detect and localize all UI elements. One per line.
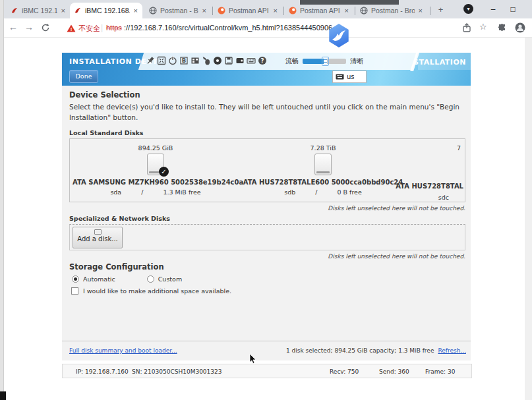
url-text: ://192.168.7.160/src/virtualControl/kvm_… bbox=[124, 24, 332, 32]
automatic-radio[interactable] bbox=[72, 275, 79, 283]
disk-name: ATA HUS728T8TAL bbox=[396, 183, 463, 190]
mouse-icon[interactable] bbox=[202, 56, 211, 65]
add-disk-button[interactable]: Add a disk... bbox=[73, 227, 123, 248]
disk-sda[interactable]: 894.25 GiB ✓ ATA SAMSUNG MZ7KH960 500253… bbox=[73, 142, 239, 196]
tab-close-icon[interactable]: × bbox=[202, 7, 207, 14]
globe-favicon bbox=[149, 7, 157, 14]
installer-bottom-bar: Full disk summary and boot loader... 1 d… bbox=[62, 341, 471, 360]
disk-drive-icon bbox=[314, 154, 332, 175]
tab-postman-api-2[interactable]: Postman API Platfo × bbox=[285, 3, 353, 18]
disk-name: ATA SAMSUNG MZ7KH960 5002538e19b24c0a bbox=[73, 179, 239, 186]
disk-selected-check-icon: ✓ bbox=[159, 167, 169, 177]
tab-ibmc-2-active[interactable]: iBMC 192.168.7.16 × bbox=[70, 3, 142, 18]
disk-mount: / bbox=[141, 188, 143, 196]
key-b-icon[interactable]: B bbox=[179, 56, 189, 65]
disk-free: 1.3 MiB free bbox=[163, 188, 200, 196]
back-button[interactable]: ← bbox=[9, 22, 18, 32]
disk-sdb[interactable]: 7.28 TiB ATA HUS728T8TALE600 5000cca0bbd… bbox=[240, 142, 406, 196]
share-icon[interactable] bbox=[462, 23, 471, 32]
screen-split-icon[interactable] bbox=[191, 56, 200, 65]
window-top-strip bbox=[300, 0, 399, 5]
custom-label: Custom bbox=[158, 275, 182, 283]
device-selection-description: Select the device(s) you'd like to insta… bbox=[69, 101, 466, 123]
tab-postman-browse-2[interactable]: Postman - Browse × bbox=[356, 3, 427, 18]
local-disks-panel: 894.25 GiB ✓ ATA SAMSUNG MZ7KH960 500253… bbox=[69, 138, 465, 202]
svg-text:?: ? bbox=[261, 57, 264, 64]
url-scheme: https bbox=[106, 24, 122, 32]
floppy-icon[interactable] bbox=[224, 56, 233, 65]
disk-sdc[interactable]: 7 ATA HUS728T8TAL sdc bbox=[402, 142, 465, 201]
selection-summary: 1 disk selected; 894.25 GiB capacity; 1.… bbox=[286, 347, 434, 354]
svg-text:!: ! bbox=[71, 26, 73, 32]
disk-device: sda bbox=[110, 188, 121, 196]
profile-avatar[interactable] bbox=[515, 22, 525, 33]
extensions-puzzle-icon[interactable] bbox=[497, 23, 507, 33]
slider-right-label: 清晰 bbox=[350, 57, 363, 66]
full-disk-summary-link[interactable]: Full disk summary and boot loader... bbox=[69, 347, 177, 354]
custom-radio[interactable] bbox=[147, 275, 154, 283]
power-icon[interactable] bbox=[168, 56, 177, 65]
disk-free: 0 B free bbox=[337, 188, 361, 196]
tab-close-icon[interactable]: × bbox=[418, 7, 423, 14]
tab-separator bbox=[355, 7, 355, 15]
disk-capacity: 7.28 TiB bbox=[240, 144, 406, 152]
media-controls-button[interactable]: ▾ bbox=[463, 4, 473, 14]
tab-close-icon[interactable]: × bbox=[133, 7, 138, 14]
not-secure-warning-icon[interactable]: ! bbox=[67, 24, 76, 32]
maximize-button[interactable]: □ bbox=[505, 1, 521, 17]
automatic-label: Automatic bbox=[83, 275, 115, 283]
status-recv: Recv: 750 bbox=[330, 368, 359, 375]
disk-drive-icon: ✓ bbox=[147, 154, 164, 175]
tab-label: iBMC 192.168.7.16 bbox=[85, 7, 130, 14]
status-sn: SN: 2103050CSH10M3001323 bbox=[132, 368, 222, 375]
new-tab-button[interactable]: + bbox=[435, 5, 446, 16]
done-button[interactable]: Done bbox=[69, 70, 98, 83]
tab-label: Postman - Browse bbox=[371, 7, 415, 14]
disk-name: ATA HUS728T8TALE600 5000cca0bbd90c24 bbox=[240, 179, 406, 186]
tab-close-icon[interactable]: × bbox=[344, 7, 349, 14]
additional-space-checkbox[interactable] bbox=[71, 287, 78, 295]
record-icon[interactable] bbox=[213, 56, 222, 65]
tab-postman-browse-1[interactable]: Postman - Browse × bbox=[145, 3, 211, 18]
tab-close-icon[interactable]: × bbox=[61, 7, 66, 14]
tab-label: Postman API Platfo bbox=[300, 7, 341, 14]
unselected-note: Disks left unselected here will not be t… bbox=[69, 253, 465, 260]
header-right-title: STALLATION bbox=[413, 58, 466, 67]
bookmark-star-icon[interactable]: ☆ bbox=[479, 22, 487, 32]
device-selection-title: Device Selection bbox=[69, 90, 140, 100]
fullscreen-icon[interactable] bbox=[157, 56, 166, 65]
slider-handle[interactable] bbox=[322, 57, 329, 66]
address-separator: | bbox=[101, 23, 103, 32]
keyboard-layout-indicator[interactable]: us bbox=[332, 71, 367, 83]
status-ip: IP: 192.168.7.160 bbox=[76, 368, 129, 375]
tab-separator bbox=[283, 7, 284, 15]
keyboard-icon[interactable] bbox=[247, 56, 256, 65]
postman-favicon bbox=[289, 7, 297, 14]
reload-button[interactable] bbox=[41, 23, 50, 32]
tab-label: Postman API Platfo bbox=[229, 7, 270, 14]
quality-slider[interactable] bbox=[303, 59, 346, 64]
tab-close-icon[interactable]: × bbox=[273, 7, 278, 14]
help-icon[interactable]: ? bbox=[258, 56, 267, 65]
network-disks-panel: Add a disk... bbox=[69, 224, 465, 250]
globe-favicon bbox=[360, 7, 368, 14]
postman-favicon bbox=[218, 7, 225, 14]
monitor-icon[interactable] bbox=[235, 56, 245, 65]
quality-slider-group: 流畅 清晰 bbox=[285, 57, 363, 66]
status-send: Send: 360 bbox=[379, 368, 409, 375]
tab-postman-api-1[interactable]: Postman API Platfo × bbox=[214, 3, 282, 18]
status-frame: Frame: 30 bbox=[425, 368, 455, 375]
not-secure-label: 不安全 bbox=[78, 24, 100, 34]
forward-button[interactable]: → bbox=[24, 22, 34, 32]
storage-config-title: Storage Configuration bbox=[69, 262, 164, 271]
ibmc-favicon bbox=[11, 7, 18, 14]
disk-mount: / bbox=[315, 188, 317, 196]
tab-ibmc-1[interactable]: iBMC 192.168.7.16 × bbox=[7, 3, 70, 18]
pin-icon[interactable] bbox=[146, 56, 155, 65]
disk-device: sdb bbox=[284, 188, 295, 196]
unselected-note: Disks left unselected here will not be t… bbox=[69, 205, 465, 212]
refresh-link[interactable]: Refresh... bbox=[438, 347, 466, 354]
right-edge-strip bbox=[525, 38, 532, 400]
mouse-cursor bbox=[249, 353, 257, 364]
minimize-button[interactable]: – bbox=[485, 1, 501, 17]
